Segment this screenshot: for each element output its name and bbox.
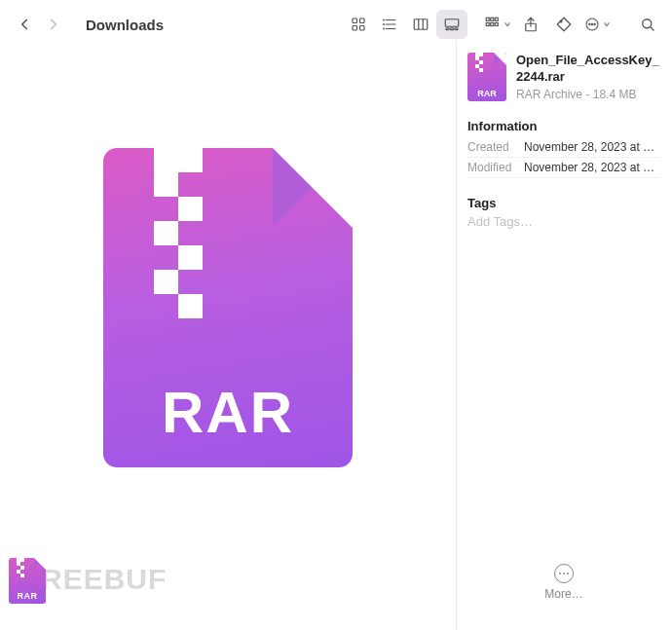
info-panel: RAR Open_File_AccessKey_2244.rar RAR Arc… <box>456 41 672 630</box>
more-button[interactable] <box>554 564 574 583</box>
svg-rect-3 <box>360 26 365 31</box>
svg-point-28 <box>594 23 595 24</box>
view-columns-button[interactable] <box>405 10 436 39</box>
tags-section-title: Tags <box>467 196 660 210</box>
file-name: Open_File_AccessKey_2244.rar <box>516 53 660 86</box>
svg-point-7 <box>384 19 385 20</box>
file-size: 18.4 MB <box>593 88 637 101</box>
svg-rect-17 <box>486 18 489 20</box>
search-button[interactable] <box>633 10 662 39</box>
svg-rect-14 <box>446 28 449 30</box>
vertical-divider <box>456 41 457 630</box>
share-button[interactable] <box>514 10 547 39</box>
svg-rect-19 <box>495 18 498 20</box>
info-section-title: Information <box>467 119 660 133</box>
info-label-created: Created <box>467 140 516 154</box>
watermark-text: REEBUF <box>41 563 167 596</box>
forward-button[interactable] <box>39 10 68 39</box>
file-kind: RAR Archive <box>516 88 582 101</box>
tags-button[interactable] <box>547 10 580 39</box>
svg-point-32 <box>563 573 565 574</box>
file-icon-label: RAR <box>103 379 353 446</box>
thumb-icon-label: RAR <box>9 591 46 601</box>
more-actions-button[interactable] <box>580 10 614 39</box>
svg-point-26 <box>589 23 590 24</box>
svg-point-8 <box>384 24 385 25</box>
gallery-thumbnail[interactable]: RAR <box>9 558 46 604</box>
svg-rect-0 <box>353 19 357 23</box>
svg-rect-13 <box>445 19 459 27</box>
file-meta: RAR Archive - 18.4 MB <box>516 88 660 101</box>
view-list-button[interactable] <box>374 10 405 39</box>
info-row-modified: Modified November 28, 2023 at 9:16 AM <box>467 158 660 178</box>
svg-rect-16 <box>455 28 458 30</box>
svg-point-33 <box>567 573 569 574</box>
svg-rect-2 <box>353 26 357 31</box>
svg-rect-1 <box>360 19 365 23</box>
info-label-modified: Modified <box>467 161 516 174</box>
panel-title-block: Open_File_AccessKey_2244.rar RAR Archive… <box>516 53 660 101</box>
info-value-created: November 28, 2023 at 9:16 AM <box>524 140 660 154</box>
more-label[interactable]: More… <box>467 587 660 601</box>
panel-header: RAR Open_File_AccessKey_2244.rar RAR Arc… <box>467 53 660 101</box>
view-icons-button[interactable] <box>343 10 374 39</box>
info-value-modified: November 28, 2023 at 9:16 AM <box>524 161 660 174</box>
svg-point-31 <box>559 573 561 574</box>
back-button[interactable] <box>10 10 39 39</box>
panel-icon-label: RAR <box>467 89 506 98</box>
svg-rect-15 <box>451 28 454 30</box>
tags-section: Tags Add Tags… <box>467 196 660 229</box>
tags-input[interactable]: Add Tags… <box>467 214 660 229</box>
svg-line-30 <box>651 27 653 30</box>
action-group <box>481 10 614 39</box>
rar-file-icon: RAR <box>103 148 353 467</box>
gallery-preview[interactable]: RAR <box>0 41 456 630</box>
svg-rect-22 <box>495 23 498 26</box>
svg-point-9 <box>384 28 385 29</box>
info-row-created: Created November 28, 2023 at 9:16 AM <box>467 137 660 158</box>
view-mode-group <box>343 10 467 39</box>
svg-point-24 <box>560 20 562 22</box>
svg-rect-10 <box>414 19 428 30</box>
panel-file-icon: RAR <box>467 53 506 101</box>
svg-rect-18 <box>491 18 494 20</box>
svg-rect-20 <box>486 23 489 26</box>
panel-footer: More… <box>467 564 660 630</box>
group-by-button[interactable] <box>481 10 514 39</box>
location-title: Downloads <box>86 17 164 33</box>
view-gallery-button[interactable] <box>436 10 467 39</box>
nav-group <box>10 10 68 39</box>
svg-point-27 <box>591 23 592 24</box>
svg-rect-21 <box>491 23 494 26</box>
